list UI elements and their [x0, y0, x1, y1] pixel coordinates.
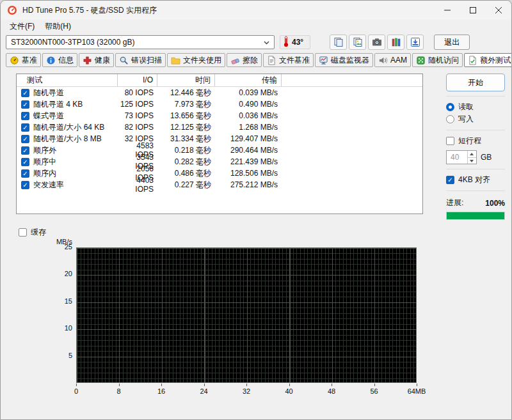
- caption-buttons: [435, 1, 511, 20]
- side-panel: 开始 读取 写入 短行程 40: [446, 74, 505, 220]
- menu-help[interactable]: 帮助(H): [40, 20, 76, 33]
- chevron-down-icon: [264, 38, 269, 47]
- test-time: 12.446 毫秒: [157, 88, 215, 98]
- maximize-button[interactable]: [460, 1, 486, 20]
- header-io: I/O: [118, 74, 157, 86]
- test-checkbox[interactable]: ✓: [21, 89, 29, 97]
- tab-random-access[interactable]: 随机访问: [412, 53, 463, 67]
- test-time: 13.656 毫秒: [157, 111, 215, 121]
- spinner-down-button[interactable]: [468, 157, 476, 164]
- tab-health[interactable]: 健康: [79, 53, 114, 67]
- erase-icon: [230, 56, 240, 65]
- minimize-button[interactable]: [435, 1, 460, 20]
- short-stroke-size-input[interactable]: 40: [446, 150, 477, 164]
- menubar: 文件(F) 帮助(H): [1, 20, 511, 33]
- x-axis-tick: [119, 384, 120, 386]
- test-transfer: 221.439 MB/s: [215, 157, 282, 166]
- info-icon: [46, 56, 56, 65]
- align-checkbox[interactable]: ✓: [446, 176, 454, 184]
- write-radio[interactable]: [446, 115, 454, 123]
- cache-checkbox[interactable]: [19, 228, 27, 237]
- extra-test-chart: MB/s 2520151050816243240485664MB: [1, 238, 511, 420]
- disk-monitor-icon: [319, 56, 328, 65]
- table-row: ✓蝶式寻道73 IOPS13.656 毫秒0.036 MB/s: [17, 110, 422, 121]
- tab-label: 错误扫描: [131, 55, 162, 66]
- test-name: 顺序外: [33, 145, 56, 156]
- copy-text-button[interactable]: [330, 35, 347, 50]
- spinner-up-button[interactable]: [468, 151, 476, 157]
- test-checkbox[interactable]: ✓: [21, 158, 29, 166]
- test-transfer: 0.039 MB/s: [215, 88, 282, 97]
- test-time: 0.227 毫秒: [157, 180, 215, 191]
- tab-folder[interactable]: 文件夹使用: [167, 53, 225, 67]
- x-axis-tick-label: 48: [319, 387, 344, 395]
- progress-bar-fill: [447, 212, 504, 219]
- test-checkbox[interactable]: ✓: [21, 169, 29, 178]
- divider: [446, 169, 505, 169]
- menu-file[interactable]: 文件(F): [4, 20, 40, 33]
- test-checkbox[interactable]: ✓: [21, 146, 29, 155]
- tab-label: 随机访问: [428, 55, 459, 66]
- table-row: ✓随机寻道/大小 64 KB82 IOPS12.125 毫秒1.268 MB/s: [17, 121, 422, 133]
- test-name: 随机寻道: [33, 88, 64, 98]
- test-checkbox[interactable]: ✓: [21, 112, 29, 120]
- tab-error-scan[interactable]: 错误扫描: [115, 53, 166, 67]
- table-row: ✓突发速率4403 IOPS0.227 毫秒275.212 MB/s: [17, 179, 422, 191]
- test-checkbox[interactable]: ✓: [21, 135, 29, 143]
- tab-label: 信息: [58, 55, 74, 66]
- tab-label: 擦除: [243, 55, 258, 66]
- start-button[interactable]: 开始: [446, 74, 505, 91]
- tab-label: 文件夹使用: [183, 55, 221, 66]
- test-io: 80 IOPS: [118, 88, 157, 97]
- x-axis-tick-label: 24: [191, 387, 217, 395]
- write-radio-label: 写入: [458, 114, 474, 125]
- extra-test-icon: [468, 56, 477, 65]
- test-io: 4403 IOPS: [118, 176, 157, 194]
- x-axis-tick: [374, 384, 375, 386]
- test-checkbox[interactable]: ✓: [21, 100, 29, 109]
- table-row: ✓随机寻道/大小 8 MB32 IOPS31.334 毫秒129.407 MB/…: [17, 133, 422, 144]
- copy-icon: [333, 37, 344, 47]
- test-checkbox[interactable]: ✓: [21, 123, 29, 132]
- file-benchmark-icon: [267, 56, 276, 65]
- test-time: 0.218 毫秒: [157, 145, 215, 156]
- screenshot-button[interactable]: [368, 35, 385, 50]
- save-button[interactable]: [406, 35, 424, 50]
- temperature-value: 43°: [292, 38, 303, 47]
- tab-file-benchmark[interactable]: 文件基准: [263, 53, 314, 67]
- options-button[interactable]: [387, 35, 404, 50]
- x-axis-tick-label: 40: [276, 387, 302, 395]
- x-axis-tick: [289, 384, 290, 386]
- content-area: 测试 I/O 时间 传输 ✓随机寻道80 IOPS12.446 毫秒0.039 …: [1, 74, 511, 220]
- read-radio[interactable]: [446, 103, 454, 111]
- tab-erase[interactable]: 擦除: [227, 53, 262, 67]
- x-axis-tick-label: 0: [63, 387, 89, 395]
- tab-benchmark[interactable]: 基准: [6, 53, 41, 67]
- test-time: 31.334 毫秒: [157, 134, 215, 144]
- progress-bar: [446, 212, 505, 220]
- copy-image-button[interactable]: [349, 35, 366, 50]
- tab-info[interactable]: 信息: [42, 53, 77, 67]
- test-io: 82 IOPS: [118, 123, 157, 132]
- drive-select[interactable]: ST32000NT000-3TP103 (32000 gB): [6, 35, 275, 49]
- test-name: 顺序中: [33, 157, 56, 167]
- x-axis-tick-label: 64MB: [404, 387, 429, 395]
- test-time: 0.486 毫秒: [157, 168, 215, 179]
- tab-disk-monitor[interactable]: 磁盘监视器: [315, 53, 373, 67]
- close-button[interactable]: [486, 1, 511, 20]
- test-name: 随机寻道 4 KB: [33, 99, 83, 110]
- tab-extra-test[interactable]: 额外测试: [464, 53, 512, 67]
- toolbar: ST32000NT000-3TP103 (32000 gB) 43° 退出: [1, 33, 511, 52]
- folder-icon: [171, 56, 180, 65]
- exit-button[interactable]: 退出: [434, 35, 470, 50]
- test-transfer: 1.268 MB/s: [215, 123, 282, 132]
- tab-label: 磁盘监视器: [331, 55, 369, 66]
- tab-label: 文件基准: [279, 55, 310, 66]
- table-row: ✓顺序中3543 IOPS0.282 毫秒221.439 MB/s: [17, 156, 422, 167]
- tab-aam[interactable]: AAM: [374, 53, 411, 67]
- header-test: 测试: [17, 74, 118, 86]
- short-stroke-checkbox[interactable]: [446, 137, 454, 145]
- test-checkbox[interactable]: ✓: [21, 181, 29, 189]
- aam-icon: [378, 56, 388, 65]
- x-axis-tick-label: 32: [234, 387, 259, 395]
